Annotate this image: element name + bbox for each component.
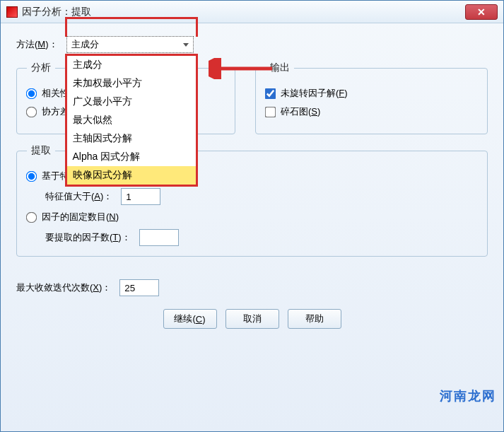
method-dropdown: 主成分未加权最小平方广义最小平方最大似然主轴因式分解Alpha 因式分解映像因式… — [65, 54, 198, 187]
output-unrotated[interactable]: 未旋转因子解(F) — [266, 87, 477, 100]
output-scree-checkbox[interactable] — [265, 106, 276, 117]
output-legend: 输出 — [266, 62, 294, 74]
method-option[interactable]: 广义最小平方 — [67, 93, 196, 111]
extract-eigen-radio[interactable] — [26, 170, 37, 182]
method-option[interactable]: 主成分 — [67, 56, 196, 74]
help-button[interactable]: 帮助 — [288, 309, 341, 329]
analyze-legend: 分析 — [27, 62, 55, 74]
method-row: 方法(M)： 主成分 主成分未加权最小平方广义最小平方最大似然主轴因式分解Alp… — [16, 36, 488, 53]
method-selected: 主成分 — [71, 38, 99, 51]
maxiter-row: 最大收敛迭代次数(X)： — [16, 279, 488, 296]
output-group: 输出 未旋转因子解(F) 碎石图(S) — [255, 62, 488, 134]
dialog-content: 方法(M)： 主成分 主成分未加权最小平方广义最小平方最大似然主轴因式分解Alp… — [1, 23, 503, 431]
method-label: 方法(M)： — [16, 38, 58, 51]
app-icon — [6, 6, 18, 18]
output-unrotated-checkbox[interactable] — [265, 88, 276, 99]
method-option[interactable]: 未加权最小平方 — [67, 74, 196, 93]
eigen-threshold-input[interactable] — [121, 188, 160, 205]
chevron-down-icon — [183, 43, 189, 47]
button-row: 继续(C) 取消 帮助 — [16, 309, 488, 329]
close-button[interactable]: ✕ — [465, 4, 498, 20]
factors-count-input[interactable] — [139, 229, 179, 246]
method-option[interactable]: Alpha 因式分解 — [67, 148, 196, 166]
method-option[interactable]: 映像因式分解 — [67, 166, 196, 185]
cancel-button[interactable]: 取消 — [225, 309, 279, 329]
method-option[interactable]: 最大似然 — [67, 111, 196, 129]
continue-button[interactable]: 继续(C) — [163, 309, 217, 329]
extract-fixed-radio[interactable] — [26, 211, 37, 223]
analyze-correlation-radio[interactable] — [26, 88, 37, 99]
factors-count-row: 要提取的因子数(T)： — [45, 229, 477, 246]
maxiter-input[interactable] — [119, 279, 159, 296]
titlebar: 因子分析：提取 ✕ — [1, 1, 503, 23]
dialog-window: 因子分析：提取 ✕ 方法(M)： 主成分 主成分未加权最小平方广义最小平方最大似… — [0, 0, 504, 432]
watermark-text: 河南龙网 — [440, 387, 496, 404]
eigen-threshold-row: 特征值大于(A)： — [45, 188, 477, 205]
output-scree[interactable]: 碎石图(S) — [266, 105, 477, 118]
extract-legend: 提取 — [27, 144, 55, 157]
method-option[interactable]: 主轴因式分解 — [67, 129, 196, 148]
method-combobox[interactable]: 主成分 主成分未加权最小平方广义最小平方最大似然主轴因式分解Alpha 因式分解… — [66, 36, 194, 53]
close-icon: ✕ — [477, 6, 486, 18]
extract-fixed[interactable]: 因子的固定数目(N) — [27, 211, 477, 223]
dialog-title: 因子分析：提取 — [22, 6, 465, 18]
analyze-covariance-radio[interactable] — [26, 106, 37, 117]
